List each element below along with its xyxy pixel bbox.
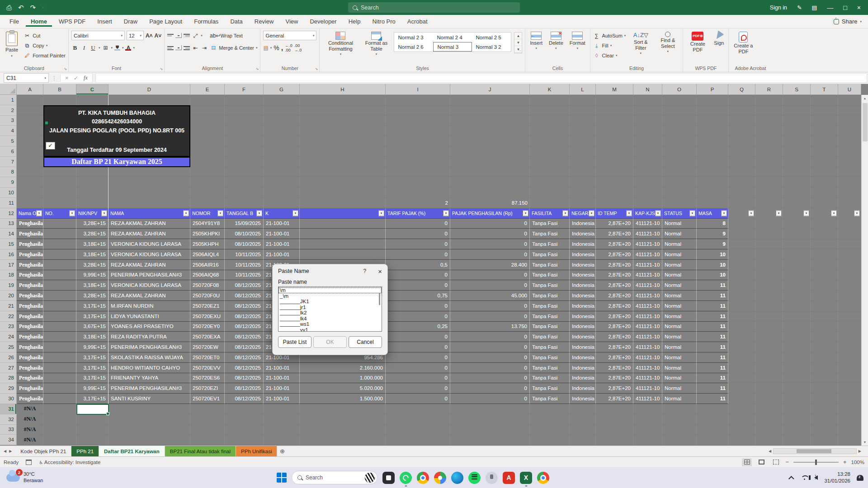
cell-D30[interactable]: SANTI KUSRINY bbox=[108, 394, 190, 404]
cell-C11[interactable] bbox=[76, 198, 108, 208]
filter-dropdown-icon-F[interactable]: ▼ bbox=[256, 210, 262, 216]
style-item-normal-2-5[interactable]: Normal 2 5 bbox=[472, 33, 511, 42]
name-box[interactable]: C31 ▾ bbox=[4, 73, 49, 83]
row-header-8[interactable]: 8 bbox=[0, 167, 17, 178]
cell-C1[interactable] bbox=[76, 95, 108, 105]
cell-Q25[interactable] bbox=[728, 342, 755, 352]
cell-C18[interactable]: 9,99E+15 bbox=[76, 270, 108, 281]
cell-R16[interactable] bbox=[755, 249, 783, 260]
cell-O28[interactable]: Normal bbox=[662, 373, 697, 384]
row-header-9[interactable]: 9 bbox=[0, 177, 17, 188]
cell-H8[interactable] bbox=[300, 167, 386, 178]
cell-F22[interactable]: 08/12/2025 bbox=[225, 311, 264, 322]
cell-K29[interactable]: Tanpa Fasi bbox=[530, 383, 570, 394]
filter-dropdown-icon-E[interactable]: ▼ bbox=[217, 210, 223, 216]
clear-button[interactable]: ◊Clear▾ bbox=[593, 51, 626, 60]
cell-O29[interactable]: Normal bbox=[662, 383, 697, 394]
cell-E22[interactable]: 250720EXU bbox=[190, 311, 225, 322]
cell-G3[interactable] bbox=[264, 116, 300, 126]
menu-tab-nitro-pro[interactable]: Nitro Pro bbox=[367, 16, 400, 27]
cell-T2[interactable] bbox=[811, 105, 838, 116]
cell-O10[interactable] bbox=[662, 188, 697, 198]
row-header-30[interactable]: 30 bbox=[0, 394, 17, 404]
cell-P23[interactable]: 11 bbox=[697, 322, 728, 332]
cell-P6[interactable] bbox=[697, 146, 728, 157]
cell-L14[interactable]: Indonesia bbox=[570, 229, 596, 239]
hscroll-left-icon[interactable]: ◀ bbox=[769, 449, 771, 453]
sheet-tab-kode-objek-pph-21[interactable]: Kode Objek PPh 21 bbox=[15, 446, 71, 456]
cell-U20[interactable] bbox=[838, 291, 861, 301]
cell-N20[interactable]: 411121-10 bbox=[633, 291, 662, 301]
cell-A7[interactable] bbox=[17, 157, 43, 167]
cell-L6[interactable] bbox=[570, 146, 596, 157]
tray-chevron-icon[interactable] bbox=[788, 476, 794, 482]
row-header-31[interactable]: 31 bbox=[0, 404, 17, 414]
cell-M5[interactable] bbox=[596, 136, 633, 146]
cell-G32[interactable] bbox=[264, 414, 300, 425]
fill-button[interactable]: ⤓Fill▾ bbox=[593, 41, 626, 50]
cell-B12[interactable]: NO.▼ bbox=[43, 208, 76, 219]
cell-D10[interactable] bbox=[108, 188, 190, 198]
cell-T32[interactable] bbox=[811, 414, 838, 425]
chrome-2-icon[interactable] bbox=[537, 472, 549, 484]
cell-C22[interactable]: 3,17E+15 bbox=[76, 311, 108, 322]
insert-function-icon[interactable]: fx bbox=[84, 75, 88, 81]
delete-cells-button[interactable]: Delete ▾ bbox=[547, 31, 565, 52]
cell-I9[interactable] bbox=[386, 177, 450, 188]
row-header-26[interactable]: 26 bbox=[0, 352, 17, 363]
cell-F8[interactable] bbox=[225, 167, 264, 178]
cell-L23[interactable]: Indonesia bbox=[570, 322, 596, 332]
cell-M8[interactable] bbox=[596, 167, 633, 178]
cell-U29[interactable] bbox=[838, 383, 861, 394]
cell-J6[interactable] bbox=[450, 146, 530, 157]
cell-H10[interactable] bbox=[300, 188, 386, 198]
bold-button[interactable]: B bbox=[71, 44, 79, 52]
style-gallery-down-icon[interactable]: ▼ bbox=[514, 39, 522, 46]
cell-A15[interactable]: Penghasilan yang diter bbox=[17, 239, 43, 249]
underline-button[interactable]: U bbox=[90, 44, 97, 52]
cell-J17[interactable]: 28.400 bbox=[450, 260, 530, 270]
cell-Q6[interactable] bbox=[728, 146, 755, 157]
format-cells-button[interactable]: Format ▾ bbox=[568, 31, 587, 52]
cell-Q23[interactable] bbox=[728, 322, 755, 332]
filter-dropdown-icon-K[interactable]: ▼ bbox=[562, 210, 568, 216]
cell-T6[interactable] bbox=[811, 146, 838, 157]
cell-D31[interactable] bbox=[108, 404, 190, 414]
cell-E1[interactable] bbox=[190, 95, 225, 105]
column-header-F[interactable]: F bbox=[225, 84, 264, 95]
cell-C20[interactable]: 3,28E+15 bbox=[76, 291, 108, 301]
cell-M16[interactable]: 2,87E+20 bbox=[596, 249, 633, 260]
cell-J29[interactable]: 0 bbox=[450, 383, 530, 394]
cell-E26[interactable]: 250720ET0 bbox=[190, 352, 225, 363]
cell-O26[interactable]: Normal bbox=[662, 352, 697, 363]
cell-N18[interactable]: 411121-10 bbox=[633, 270, 662, 281]
cell-K18[interactable]: Tanpa Fasi bbox=[530, 270, 570, 281]
cell-R1[interactable] bbox=[755, 95, 783, 105]
cell-Q3[interactable] bbox=[728, 116, 755, 126]
style-item-normal-2-4[interactable]: Normal 2 4 bbox=[433, 33, 472, 42]
cell-P30[interactable]: 11 bbox=[697, 394, 728, 404]
cell-Q29[interactable] bbox=[728, 383, 755, 394]
row-header-10[interactable]: 10 bbox=[0, 188, 17, 198]
cell-Q34[interactable] bbox=[728, 435, 755, 445]
cell-O7[interactable] bbox=[662, 157, 697, 167]
cell-Q31[interactable] bbox=[728, 404, 755, 414]
cell-I12[interactable]: TARIF PAJAK (%)▼ bbox=[386, 208, 450, 219]
cell-A25[interactable]: Penghasilan yang diter bbox=[17, 342, 43, 352]
cell-Q28[interactable] bbox=[728, 373, 755, 384]
cell-S7[interactable] bbox=[783, 157, 811, 167]
cell-F1[interactable] bbox=[225, 95, 264, 105]
cell-M18[interactable]: 2,87E+20 bbox=[596, 270, 633, 281]
merge-center-icon[interactable]: ⊟ bbox=[210, 44, 217, 52]
cell-L20[interactable]: Indonesia bbox=[570, 291, 596, 301]
cell-R24[interactable] bbox=[755, 332, 783, 342]
column-header-I[interactable]: I bbox=[386, 84, 450, 95]
cell-L27[interactable]: Indonesia bbox=[570, 363, 596, 373]
font-name-select[interactable]: Calibri▾ bbox=[71, 31, 125, 40]
cell-S24[interactable] bbox=[783, 332, 811, 342]
align-right-icon[interactable] bbox=[184, 45, 190, 50]
cell-A10[interactable] bbox=[17, 188, 43, 198]
decrease-font-icon[interactable]: A˅ bbox=[155, 33, 162, 39]
ribbon-display-icon[interactable]: ▤ bbox=[812, 4, 817, 11]
cell-C25[interactable]: 9,99E+15 bbox=[76, 342, 108, 352]
